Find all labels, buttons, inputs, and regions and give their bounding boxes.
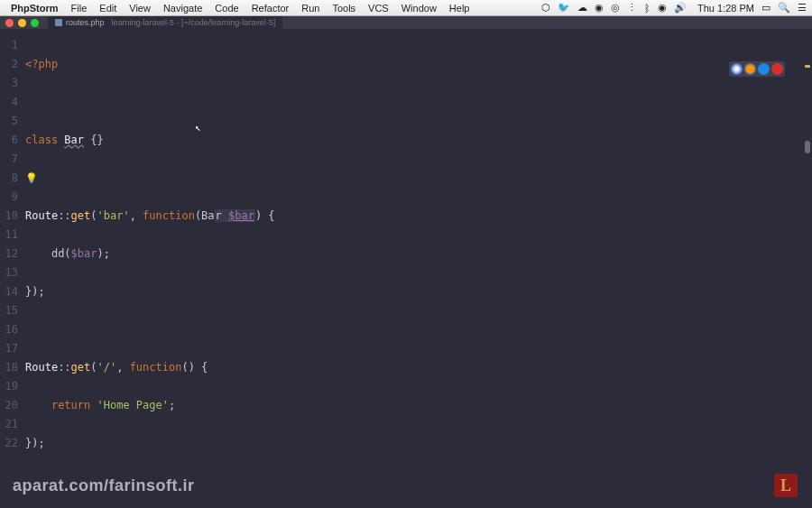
twitter-icon[interactable]: 🐦 xyxy=(558,2,570,14)
param-var: $bar xyxy=(228,209,254,222)
opera-icon[interactable] xyxy=(771,63,783,75)
line-number: 11 xyxy=(0,226,18,245)
code-editor[interactable]: 1 2 3 4 5 6 7 8 9 10 11 12 13 14 15 16 1… xyxy=(0,29,812,508)
line-number: 5 xyxy=(0,112,18,131)
line-number: 15 xyxy=(0,301,18,320)
param-type: (Ba xyxy=(195,209,215,222)
line-number: 14 xyxy=(0,282,18,301)
sync-icon[interactable]: ☁ xyxy=(577,2,587,14)
class-name-bar: Bar xyxy=(64,134,84,146)
bluetooth-icon[interactable]: ᛒ xyxy=(644,3,651,14)
line-number: 3 xyxy=(0,74,18,93)
warning-marker-icon[interactable] xyxy=(805,65,810,68)
editor-scrollbar[interactable] xyxy=(803,58,812,508)
string-bar: 'bar' xyxy=(97,209,130,222)
line-number: 1 xyxy=(0,36,18,55)
watermark-text: aparat.com/farinsoft.ir xyxy=(13,476,195,495)
menu-edit[interactable]: Edit xyxy=(94,3,122,14)
editor-tabbar: routes.php learning-laravel-5 - [~/code/… xyxy=(0,16,812,29)
line-number: 18 xyxy=(0,358,18,377)
braces: {} xyxy=(84,134,104,146)
menu-file[interactable]: File xyxy=(66,3,93,14)
close-window-icon[interactable] xyxy=(5,19,14,27)
param-type: r xyxy=(216,209,228,222)
menu-navigate[interactable]: Navigate xyxy=(158,3,208,14)
scope-op: :: xyxy=(58,209,70,222)
browser-preview-badges[interactable] xyxy=(729,61,785,77)
menu-tools[interactable]: Tools xyxy=(327,3,361,14)
scroll-thumb[interactable] xyxy=(805,141,810,153)
keyword-function: function xyxy=(143,209,195,222)
tab-subtitle: learning-laravel-5 - [~/code/learning-la… xyxy=(112,18,276,27)
string-root: '/' xyxy=(97,361,117,374)
window-traffic-lights[interactable] xyxy=(5,19,39,27)
close: }); xyxy=(25,437,45,449)
menu-window[interactable]: Window xyxy=(396,3,442,14)
wifi-icon[interactable]: ◉ xyxy=(658,2,667,14)
line-number: 19 xyxy=(0,377,18,396)
dropbox-icon[interactable]: ⬡ xyxy=(541,2,550,14)
php-file-icon xyxy=(55,19,62,26)
method-get: get xyxy=(71,361,91,374)
line-number: 2 xyxy=(0,55,18,74)
app-name[interactable]: PhpStorm xyxy=(11,3,59,14)
keyword-return: return xyxy=(51,399,97,411)
paren: ( xyxy=(90,361,97,374)
editor-tab[interactable]: routes.php learning-laravel-5 - [~/code/… xyxy=(48,16,282,29)
fn-dd: dd xyxy=(51,247,64,260)
close: ); xyxy=(97,247,110,260)
indent xyxy=(25,399,51,411)
menu-view[interactable]: View xyxy=(124,3,156,14)
line-number: 7 xyxy=(0,150,18,169)
route-class: Route xyxy=(25,209,58,222)
circle-icon[interactable]: ◉ xyxy=(595,2,604,14)
menu-run[interactable]: Run xyxy=(296,3,325,14)
tab-filename: routes.php xyxy=(66,18,105,27)
semi: ; xyxy=(169,399,175,411)
line-number: 12 xyxy=(0,245,18,263)
keyword-class: class xyxy=(25,134,64,146)
line-gutter: 1 2 3 4 5 6 7 8 9 10 11 12 13 14 15 16 1… xyxy=(0,29,25,508)
dots-icon[interactable]: ⋮ xyxy=(627,2,637,14)
battery-icon[interactable]: ▭ xyxy=(761,2,770,14)
menu-refactor[interactable]: Refactor xyxy=(246,3,295,14)
keyword-function: function xyxy=(130,361,182,374)
volume-icon[interactable]: 🔊 xyxy=(674,2,687,14)
line-number: 8 xyxy=(0,169,18,188)
chrome-icon[interactable] xyxy=(731,63,743,75)
macos-menubar: PhpStorm File Edit View Navigate Code Re… xyxy=(0,0,812,16)
brace: () { xyxy=(181,361,208,374)
paren: ( xyxy=(90,209,97,222)
brace: ) { xyxy=(255,209,275,222)
scope-op: :: xyxy=(58,361,70,374)
code-area[interactable]: <?php class Bar {} 💡 Route::get('bar', f… xyxy=(25,29,812,508)
line-number: 9 xyxy=(0,188,18,207)
line-number: 6 xyxy=(0,131,18,150)
zoom-window-icon[interactable] xyxy=(31,19,39,27)
safari-icon[interactable] xyxy=(758,63,770,75)
line-number: 20 xyxy=(0,396,18,415)
clock[interactable]: Thu 1:28 PM xyxy=(697,3,754,14)
var-bar: $bar xyxy=(71,247,97,260)
comma: , xyxy=(116,361,129,374)
route-class: Route xyxy=(25,361,58,374)
line-number: 17 xyxy=(0,339,18,358)
comma: , xyxy=(130,209,143,222)
line-number: 21 xyxy=(0,415,18,434)
status-icons: ⬡ 🐦 ☁ ◉ ◎ ⋮ ᛒ ◉ 🔊 Thu 1:28 PM ▭ 🔍 ☰ xyxy=(541,2,807,14)
firefox-icon[interactable] xyxy=(744,63,756,75)
close: }); xyxy=(25,285,45,298)
paren: ( xyxy=(64,247,70,260)
menu-help[interactable]: Help xyxy=(444,3,475,14)
intention-bulb-icon[interactable]: 💡 xyxy=(25,172,38,184)
notifications-icon[interactable]: ☰ xyxy=(798,2,807,14)
circle2-icon[interactable]: ◎ xyxy=(611,2,620,14)
menu-code[interactable]: Code xyxy=(209,3,244,14)
minimize-window-icon[interactable] xyxy=(18,19,26,27)
line-number: 10 xyxy=(0,207,18,226)
laravel-logo: L xyxy=(774,474,798,497)
line-number: 22 xyxy=(0,434,18,453)
menu-vcs[interactable]: VCS xyxy=(363,3,394,14)
spotlight-icon[interactable]: 🔍 xyxy=(778,2,790,14)
line-number: 4 xyxy=(0,93,18,112)
